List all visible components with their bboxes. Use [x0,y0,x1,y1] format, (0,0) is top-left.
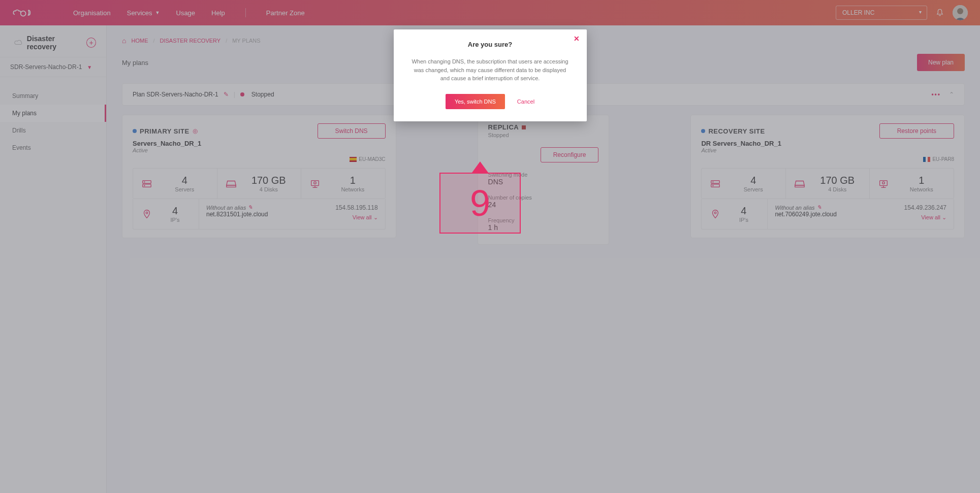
confirm-switch-dns-button[interactable]: Yes, switch DNS [446,94,505,109]
close-icon[interactable]: ✕ [574,35,580,43]
modal-overlay[interactable]: ✕ Are you sure? When changing DNS, the s… [0,0,980,493]
modal-body: When changing DNS, the subscription that… [409,57,572,83]
modal-title: Are you sure? [409,41,572,48]
confirm-modal: ✕ Are you sure? When changing DNS, the s… [394,29,587,121]
cancel-button[interactable]: Cancel [517,98,534,105]
